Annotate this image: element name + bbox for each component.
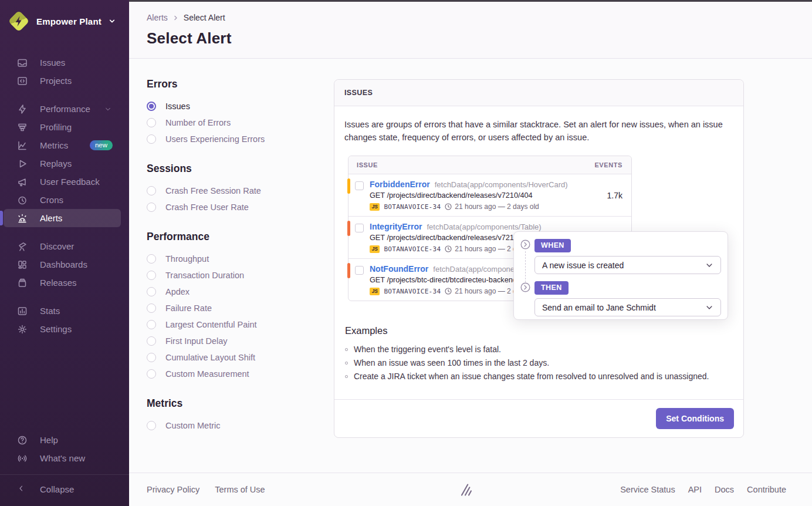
radio-button[interactable] <box>147 134 156 144</box>
issue-checkbox[interactable] <box>355 181 364 190</box>
alert-type-section: SessionsCrash Free Session RateCrash Fre… <box>147 163 323 215</box>
sidebar-item-stats[interactable]: Stats <box>4 302 124 320</box>
sidebar-item-crons[interactable]: Crons <box>4 191 124 209</box>
sidebar-item-alerts[interactable]: Alerts <box>4 209 121 227</box>
issue-detail: GET /projects/direct/backend/releases/v7… <box>370 191 568 200</box>
column-events: EVENTS <box>594 161 622 168</box>
radio-button[interactable] <box>147 421 156 430</box>
panel-footer: Set Conditions <box>334 399 743 437</box>
sidebar-item-settings[interactable]: Settings <box>4 320 124 338</box>
radio-button[interactable] <box>147 320 156 329</box>
sidebar-item-metrics[interactable]: Metricsnew <box>4 136 124 154</box>
sidebar-item-label: Crons <box>40 195 63 205</box>
radio-option-first-input-delay[interactable]: First Input Delay <box>147 333 323 349</box>
issue-title-link[interactable]: NotFoundError <box>370 264 428 274</box>
footer-link-privacy-policy[interactable]: Privacy Policy <box>147 485 199 494</box>
collapse-button[interactable]: Collapse <box>4 480 129 498</box>
profiling-icon <box>17 122 28 133</box>
radio-option-users-experiencing-errors[interactable]: Users Experiencing Errors <box>147 131 323 147</box>
discover-icon <box>17 241 28 252</box>
then-select[interactable]: Send an email to Jane Schmidt <box>534 298 721 316</box>
main: ErrorsIssuesNumber of ErrorsUsers Experi… <box>129 59 812 473</box>
issue-short-id: BOTANAVOICE-34 <box>384 203 441 211</box>
radio-option-transaction-duration[interactable]: Transaction Duration <box>147 267 323 284</box>
user-feedback-icon <box>17 177 28 187</box>
sidebar-item-what-s-new[interactable]: What's new <box>4 449 129 467</box>
radio-button[interactable] <box>147 186 156 195</box>
radio-button[interactable] <box>147 369 156 379</box>
footer-link-contribute[interactable]: Contribute <box>747 485 786 494</box>
page-footer: Privacy PolicyTerms of Use Service Statu… <box>129 473 812 506</box>
radio-button[interactable] <box>147 353 156 362</box>
issue-checkbox[interactable] <box>355 224 364 232</box>
footer-link-terms-of-use[interactable]: Terms of Use <box>215 485 265 494</box>
metrics-icon <box>17 140 28 151</box>
radio-label: Transaction Duration <box>165 271 244 280</box>
footer-link-api[interactable]: API <box>688 485 702 494</box>
radio-button[interactable] <box>147 118 156 127</box>
sidebar-item-discover[interactable]: Discover <box>4 237 124 255</box>
crons-icon <box>17 195 28 205</box>
sidebar-item-label: Discover <box>40 241 74 251</box>
example-item: When the triggering event's level is fat… <box>345 343 733 356</box>
sidebar-item-help[interactable]: Help <box>4 431 129 449</box>
radio-option-failure-rate[interactable]: Failure Rate <box>147 300 323 316</box>
sidebar-item-performance[interactable]: Performance <box>4 100 124 118</box>
radio-option-cumulative-layout-shift[interactable]: Cumulative Layout Shift <box>147 349 323 366</box>
issue-title-link[interactable]: ForbiddenError <box>370 180 430 189</box>
radio-option-number-of-errors[interactable]: Number of Errors <box>147 114 323 131</box>
radio-label: Custom Metric <box>165 421 220 430</box>
breadcrumb-alerts-link[interactable]: Alerts <box>147 13 168 22</box>
platform-js-icon: JS <box>370 288 380 295</box>
radio-button[interactable] <box>147 303 156 313</box>
radio-option-custom-metric[interactable]: Custom Metric <box>147 417 323 434</box>
radio-button[interactable] <box>147 203 156 212</box>
clock-icon <box>445 245 452 252</box>
radio-label: Cumulative Layout Shift <box>165 353 255 362</box>
help-icon <box>17 435 28 446</box>
issue-age: 21 hours ago — 2 days old <box>445 203 539 211</box>
radio-option-throughput[interactable]: Throughput <box>147 251 323 267</box>
issue-checkbox[interactable] <box>355 266 364 275</box>
sidebar-item-issues[interactable]: Issues <box>4 53 124 72</box>
set-conditions-button[interactable]: Set Conditions <box>656 408 734 429</box>
section-title: Performance <box>147 231 323 243</box>
sidebar-item-projects[interactable]: Projects <box>4 72 124 90</box>
radio-option-apdex[interactable]: Apdex <box>147 284 323 300</box>
circle-chevron-right-icon <box>520 282 530 292</box>
sidebar-item-label: What's new <box>40 453 85 463</box>
sidebar-item-releases[interactable]: Releases <box>4 274 124 292</box>
bullet-icon <box>345 375 348 378</box>
radio-option-crash-free-user-rate[interactable]: Crash Free User Rate <box>147 199 323 215</box>
radio-button[interactable] <box>147 271 156 280</box>
sidebar-group: IssuesProjects <box>0 53 124 90</box>
radio-option-custom-measurement[interactable]: Custom Measurement <box>147 366 323 382</box>
platform-js-icon: JS <box>370 203 380 211</box>
sidebar-item-replays[interactable]: Replays <box>4 154 124 173</box>
org-switcher[interactable]: Empower Plant <box>0 0 129 38</box>
sidebar-bottom: HelpWhat's new Collapse <box>0 431 129 506</box>
sidebar-item-dashboards[interactable]: Dashboards <box>4 255 124 274</box>
radio-button[interactable] <box>147 102 156 111</box>
bullet-icon <box>345 348 348 351</box>
sidebar-item-user-feedback[interactable]: User Feedback <box>4 173 124 191</box>
sidebar-item-label: Alerts <box>40 213 62 223</box>
radio-button[interactable] <box>147 287 156 296</box>
radio-option-issues[interactable]: Issues <box>147 98 323 114</box>
when-select-value: A new issue is created <box>542 261 624 270</box>
issue-title-link[interactable]: IntegrityError <box>370 222 422 231</box>
radio-label: Issues <box>165 102 190 111</box>
footer-link-docs[interactable]: Docs <box>715 485 734 494</box>
settings-icon <box>17 324 28 335</box>
sidebar-item-profiling[interactable]: Profiling <box>4 118 124 136</box>
radio-button[interactable] <box>147 254 156 264</box>
radio-option-crash-free-session-rate[interactable]: Crash Free Session Rate <box>147 183 323 199</box>
sidebar-item-label: Profiling <box>40 122 72 132</box>
when-select[interactable]: A new issue is created <box>534 256 721 274</box>
alert-type-section: MetricsCustom Metric <box>147 397 323 434</box>
footer-link-service-status[interactable]: Service Status <box>620 485 675 494</box>
radio-option-largest-contentful-paint[interactable]: Largest Contentful Paint <box>147 316 323 333</box>
radio-button[interactable] <box>147 336 156 346</box>
issues-icon <box>17 58 28 68</box>
sentry-logo <box>459 483 475 497</box>
